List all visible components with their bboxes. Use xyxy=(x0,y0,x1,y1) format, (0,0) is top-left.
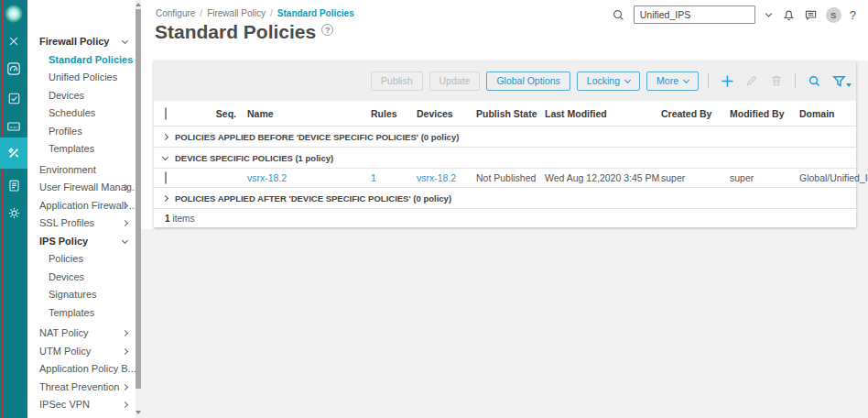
user-avatar[interactable]: S xyxy=(826,7,841,23)
locking-label: Locking xyxy=(587,75,620,86)
global-search-icon[interactable] xyxy=(612,8,625,22)
column-header-modified-by[interactable]: Modified By xyxy=(730,108,799,119)
sidebar-item-devices[interactable]: Devices xyxy=(27,87,136,105)
sidebar-item-signatures[interactable]: Signatures xyxy=(27,286,136,304)
locking-button[interactable]: Locking xyxy=(577,72,640,91)
sidebar-item-templates[interactable]: Templates xyxy=(27,140,136,159)
chevron-down-icon xyxy=(122,236,128,243)
sidebar-item-label: Templates xyxy=(49,143,94,154)
sidebar-item-profiles[interactable]: Profiles xyxy=(27,123,136,141)
cell-publish-state: Not Published xyxy=(476,172,545,183)
sidebar-item-user-firewall-management[interactable]: User Firewall Manag... xyxy=(27,179,136,197)
breadcrumb-configure[interactable]: Configure xyxy=(156,8,195,18)
edit-pencil-icon xyxy=(743,72,761,90)
sidebar-item-environment[interactable]: Environment xyxy=(27,161,136,180)
cell-created-by: super xyxy=(661,172,730,183)
sidebar-item-utm-policy[interactable]: UTM Policy xyxy=(27,343,136,361)
configure-icon[interactable] xyxy=(0,138,27,169)
table-search-icon[interactable] xyxy=(805,72,823,90)
toolbar-separator xyxy=(708,73,709,88)
main-content: Configure/Firewall Policy/Standard Polic… xyxy=(141,0,868,418)
group-row-label: DEVICE SPECIFIC POLICIES (1 policy) xyxy=(175,153,333,163)
table-footer: 1 items xyxy=(154,208,856,227)
filter-icon[interactable] xyxy=(830,72,848,90)
global-search-input[interactable] xyxy=(634,6,755,24)
title-help-icon[interactable]: ? xyxy=(321,24,333,36)
chevron-right-icon xyxy=(122,347,128,354)
update-button[interactable]: Update xyxy=(429,72,481,91)
table-row[interactable]: vsrx-18.2 1 vsrx-18.2 Not Published Wed … xyxy=(154,168,856,187)
sidebar-item-ips-templates[interactable]: Templates xyxy=(27,304,136,323)
cell-domain: Global/Unified_IPS xyxy=(799,172,868,183)
scrollbar-thumb[interactable] xyxy=(136,9,141,389)
add-policy-button[interactable] xyxy=(718,72,736,90)
chevron-right-icon xyxy=(162,194,168,201)
sidebar-item-ipsec-vpn[interactable]: IPSec VPN xyxy=(27,396,136,414)
sidebar-item-ssl-profiles[interactable]: SSL Profiles xyxy=(27,214,136,233)
table-header-row: Seq. Name Rules Devices Publish State La… xyxy=(154,101,856,126)
column-header-last-modified[interactable]: Last Modified xyxy=(545,108,661,119)
sidebar-item-label: Schedules xyxy=(49,107,95,118)
dashboard-icon[interactable] xyxy=(0,57,27,81)
column-header-created-by[interactable]: Created By xyxy=(661,108,730,119)
column-header-devices[interactable]: Devices xyxy=(417,108,476,119)
sidebar-item-application-policy-based[interactable]: Application Policy B... xyxy=(27,360,136,379)
column-header-rules[interactable]: Rules xyxy=(371,108,417,119)
app-logo[interactable] xyxy=(0,2,27,26)
chevron-down-icon xyxy=(624,76,631,82)
close-menu-icon[interactable] xyxy=(0,29,27,53)
notifications-bell-icon[interactable] xyxy=(782,8,796,22)
sidebar-scrollbar[interactable] xyxy=(136,0,141,418)
reports-icon[interactable] xyxy=(0,173,27,197)
column-header-name[interactable]: Name xyxy=(247,108,371,119)
devices-link[interactable]: vsrx-18.2 xyxy=(417,172,456,183)
monitor-icon[interactable] xyxy=(0,86,27,110)
select-all-checkbox[interactable] xyxy=(165,107,167,120)
column-header-domain[interactable]: Domain xyxy=(799,108,856,119)
sidebar-item-label: Environment xyxy=(39,164,96,175)
policy-name-link[interactable]: vsrx-18.2 xyxy=(247,172,287,183)
sidebar-item-unified-policies[interactable]: Unified Policies xyxy=(27,69,136,87)
chevron-down-icon xyxy=(122,38,128,44)
sidebar-item-schedules[interactable]: Schedules xyxy=(27,104,136,123)
more-button[interactable]: More xyxy=(646,72,699,91)
more-label: More xyxy=(656,75,678,86)
sidebar: Firewall Policy Standard Policies Unifie… xyxy=(27,0,136,418)
sidebar-item-label: Firewall Policy xyxy=(39,36,109,47)
search-scope-chevron-icon[interactable] xyxy=(764,10,774,20)
feedback-chat-icon[interactable] xyxy=(804,8,818,22)
sidebar-item-standard-policies[interactable]: Standard Policies xyxy=(27,51,136,70)
column-header-publish-state[interactable]: Publish State xyxy=(476,108,545,119)
publish-button[interactable]: Publish xyxy=(371,72,422,91)
breadcrumb-separator: / xyxy=(270,8,273,18)
column-header-seq[interactable]: Seq. xyxy=(192,108,247,119)
panel-gutter xyxy=(141,60,154,229)
sidebar-item-ips-devices[interactable]: Devices xyxy=(27,269,136,287)
sidebar-item-label: IPSec VPN xyxy=(39,399,90,410)
sidebar-item-label: Unified Policies xyxy=(49,72,117,82)
sidebar-item-ips-policies[interactable]: Policies xyxy=(27,250,136,269)
breadcrumb-firewall-policy[interactable]: Firewall Policy xyxy=(207,8,266,18)
scroll-down-arrow[interactable] xyxy=(136,411,141,414)
sidebar-item-ips-policy[interactable]: IPS Policy xyxy=(27,233,136,251)
sidebar-item-label: Standard Policies xyxy=(49,54,133,65)
help-icon[interactable]: ? xyxy=(850,8,856,22)
devices-icon[interactable] xyxy=(0,115,27,138)
rules-count-link[interactable]: 1 xyxy=(371,172,376,183)
sidebar-item-application-firewall[interactable]: Application Firewall ... xyxy=(27,197,136,215)
sidebar-item-label: Devices xyxy=(49,90,84,101)
sidebar-item-shared-objects[interactable]: Shared Objects xyxy=(27,414,136,418)
sidebar-item-nat-policy[interactable]: NAT Policy xyxy=(27,324,136,343)
administration-icon[interactable] xyxy=(0,201,27,225)
sidebar-item-label: SSL Profiles xyxy=(39,217,94,228)
group-row-device-specific[interactable]: DEVICE SPECIFIC POLICIES (1 policy) xyxy=(154,147,856,168)
group-row-label: POLICIES APPLIED AFTER 'DEVICE SPECIFIC … xyxy=(175,193,451,204)
row-checkbox[interactable] xyxy=(165,171,167,184)
items-count: 1 xyxy=(165,214,170,224)
scroll-up-arrow[interactable] xyxy=(136,3,141,6)
group-row-after-policies[interactable]: POLICIES APPLIED AFTER 'DEVICE SPECIFIC … xyxy=(154,187,856,208)
sidebar-item-threat-prevention[interactable]: Threat Prevention xyxy=(27,379,136,397)
global-options-button[interactable]: Global Options xyxy=(486,72,570,91)
sidebar-item-firewall-policy[interactable]: Firewall Policy xyxy=(27,33,136,51)
group-row-before-policies[interactable]: POLICIES APPLIED BEFORE 'DEVICE SPECIFIC… xyxy=(154,126,856,147)
